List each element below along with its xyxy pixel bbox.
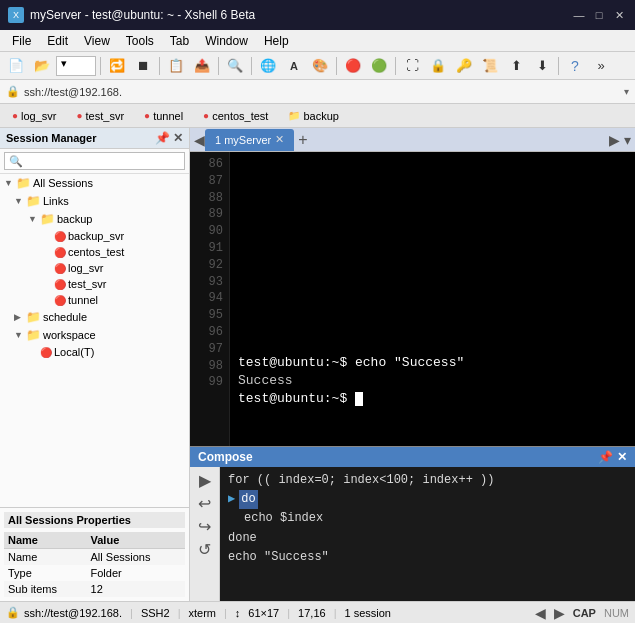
close-panel-button[interactable]: ✕ — [173, 131, 183, 145]
menu-edit[interactable]: Edit — [39, 32, 76, 50]
menu-tools[interactable]: Tools — [118, 32, 162, 50]
tab-label: 1 myServer — [215, 134, 271, 146]
quick-tab-backup[interactable]: 📁 backup — [280, 108, 346, 124]
key-button[interactable]: 🔑 — [452, 55, 476, 77]
toolbar: 📄 📂 ▾ 🔁 ⏹ 📋 📤 🔍 🌐 A 🎨 🔴 🟢 ⛶ 🔒 🔑 📜 ⬆ ⬇ ? … — [0, 52, 635, 80]
quick-tab-test-svr[interactable]: ● test_svr — [69, 108, 133, 124]
menu-help[interactable]: Help — [256, 32, 297, 50]
folder-icon: 📁 — [288, 110, 300, 121]
lock-button[interactable]: 🔒 — [426, 55, 450, 77]
menu-file[interactable]: File — [4, 32, 39, 50]
compose-line-3: echo $index — [228, 509, 627, 528]
tree-item-centos-test[interactable]: 🔴 centos_test — [0, 244, 189, 260]
tree-item-backup-folder[interactable]: ▼ 📁 backup — [0, 210, 189, 228]
tree-item-workspace[interactable]: ▼ 📁 workspace — [0, 326, 189, 344]
script-button[interactable]: 📜 — [478, 55, 502, 77]
toggle-icon: ▼ — [14, 196, 24, 206]
scroll-left-button[interactable]: ◀ — [535, 605, 546, 621]
compose-text: echo $index — [228, 509, 323, 528]
font-button[interactable]: A — [282, 55, 306, 77]
tab-next-button[interactable]: ▶ — [609, 132, 620, 148]
download-button[interactable]: ⬇ — [530, 55, 554, 77]
reconnect-button[interactable]: 🔁 — [105, 55, 129, 77]
scroll-right-button[interactable]: ▶ — [554, 605, 565, 621]
tree-item-tunnel[interactable]: 🔴 tunnel — [0, 292, 189, 308]
compose-text: for (( index=0; index<100; index++ )) — [228, 471, 494, 490]
tree-item-schedule[interactable]: ▶ 📁 schedule — [0, 308, 189, 326]
settings-button[interactable]: 🔴 — [341, 55, 365, 77]
compose-content[interactable]: for (( index=0; index<100; index++ )) ▶ … — [220, 467, 635, 601]
quick-tab-label: backup — [303, 110, 338, 122]
help-button[interactable]: ? — [563, 55, 587, 77]
session-search-input[interactable] — [4, 152, 185, 170]
term-blank-8 — [238, 282, 627, 300]
compose-send-button[interactable]: ▶ — [199, 471, 211, 490]
tab-close-button[interactable]: ✕ — [275, 133, 284, 146]
status-protocol: SSH2 — [141, 607, 170, 619]
toggle-icon: ▼ — [28, 214, 38, 224]
terminal-content[interactable]: 86 87 88 89 90 91 92 93 94 95 96 97 98 9… — [190, 152, 635, 446]
tree-item-local-t[interactable]: 🔴 Local(T) — [0, 344, 189, 360]
tab-menu-button[interactable]: ▾ — [624, 132, 631, 148]
compose-reset-button[interactable]: ↺ — [198, 540, 211, 559]
session-icon: 🔴 — [54, 263, 66, 274]
tree-item-links[interactable]: ▼ 📁 Links — [0, 192, 189, 210]
tree-label: backup — [57, 213, 92, 225]
new-session-button[interactable]: 📄 — [4, 55, 28, 77]
session-icon: 🔴 — [54, 295, 66, 306]
quick-tab-tunnel[interactable]: ● tunnel — [136, 108, 191, 124]
transfer-button[interactable]: 📋 — [164, 55, 188, 77]
compose-undo-button[interactable]: ↩ — [198, 494, 211, 513]
quick-tab-log-svr[interactable]: ● log_svr — [4, 108, 65, 124]
term-blank-4 — [238, 210, 627, 228]
maximize-button[interactable]: □ — [591, 7, 607, 23]
zoom-in-button[interactable]: 🌐 — [256, 55, 280, 77]
open-button[interactable]: 📂 — [30, 55, 54, 77]
terminal-output[interactable]: test@ubuntu:~$ echo "Success" Success te… — [230, 152, 635, 446]
line-num: 93 — [196, 274, 223, 291]
disconnect-button[interactable]: ⏹ — [131, 55, 155, 77]
menu-window[interactable]: Window — [197, 32, 256, 50]
address-input[interactable] — [24, 83, 620, 101]
compose-redo-button[interactable]: ↪ — [198, 517, 211, 536]
lock-status-icon: 🔒 — [6, 606, 20, 619]
compose-pin-button[interactable]: 📌 — [598, 450, 613, 464]
term-cursor — [355, 392, 363, 406]
compose-arrow: ▶ — [228, 490, 235, 509]
tree-label: Local(T) — [54, 346, 94, 358]
line-num: 98 — [196, 358, 223, 375]
settings2-button[interactable]: 🟢 — [367, 55, 391, 77]
close-button[interactable]: ✕ — [611, 7, 627, 23]
quick-tab-centos-test[interactable]: ● centos_test — [195, 108, 276, 124]
transfer2-button[interactable]: 📤 — [190, 55, 214, 77]
pin-button[interactable]: 📌 — [155, 131, 170, 145]
properties-table: Name Value Name All Sessions Type Folder… — [4, 532, 185, 597]
prop-header-row: Name Value — [4, 532, 185, 549]
tree-item-backup-svr[interactable]: 🔴 backup_svr — [0, 228, 189, 244]
status-sep-2: | — [178, 607, 181, 619]
status-sep-1: | — [130, 607, 133, 619]
search-button[interactable]: 🔍 — [223, 55, 247, 77]
window-title: myServer - test@ubuntu: ~ - Xshell 6 Bet… — [30, 8, 255, 22]
tree-item-log-svr[interactable]: 🔴 log_svr — [0, 260, 189, 276]
menu-view[interactable]: View — [76, 32, 118, 50]
tab-prev-button[interactable]: ◀ — [194, 132, 205, 148]
address-dropdown[interactable]: ▾ — [624, 86, 629, 97]
terminal-tab[interactable]: 1 myServer ✕ — [205, 129, 294, 151]
toolbar-sep-2 — [159, 57, 160, 75]
menu-tab[interactable]: Tab — [162, 32, 197, 50]
session-manager-title: Session Manager — [6, 132, 96, 144]
session-selector[interactable]: ▾ — [56, 56, 96, 76]
session-icon: ● — [77, 110, 83, 121]
compose-close-button[interactable]: ✕ — [617, 450, 627, 464]
upload-button[interactable]: ⬆ — [504, 55, 528, 77]
term-prompt-active: test@ubuntu:~$ — [238, 390, 627, 408]
fullscreen-button[interactable]: ⛶ — [400, 55, 424, 77]
add-tab-button[interactable]: + — [294, 131, 311, 149]
minimize-button[interactable]: — — [571, 7, 587, 23]
tree-item-test-svr[interactable]: 🔴 test_svr — [0, 276, 189, 292]
color-button[interactable]: 🎨 — [308, 55, 332, 77]
tree-item-all-sessions[interactable]: ▼ 📁 All Sessions — [0, 174, 189, 192]
more-button[interactable]: » — [589, 55, 613, 77]
prop-col-name: Name — [4, 532, 87, 549]
